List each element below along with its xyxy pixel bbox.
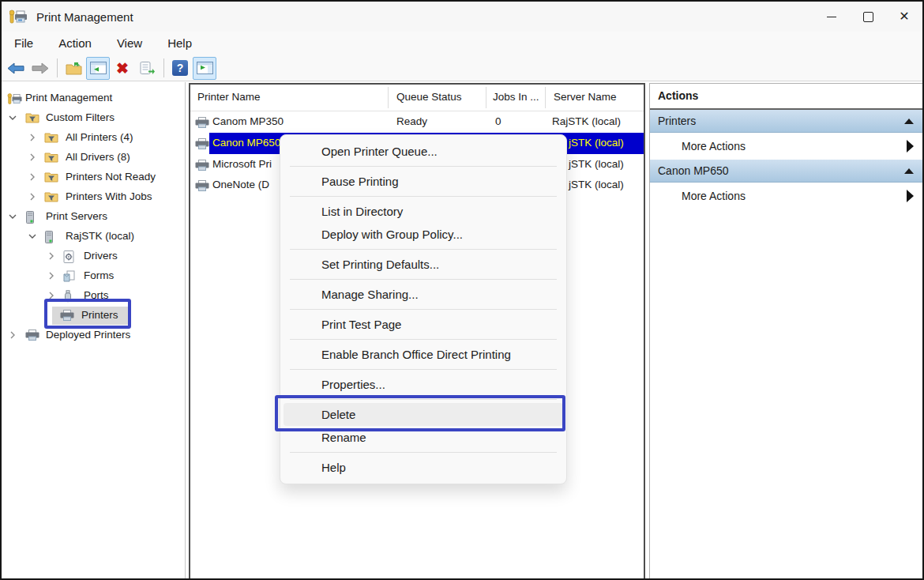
menu-item-print-test-page[interactable]: Print Test Page — [284, 313, 563, 336]
menu-file[interactable]: File — [9, 34, 43, 54]
tree-item-print-management[interactable]: Print Management — [3, 89, 185, 108]
server-name-cell: jSTK (local) — [569, 137, 624, 149]
more-actions-printers[interactable]: More Actions — [650, 133, 923, 160]
toggle-console-tree-button[interactable] — [86, 57, 110, 80]
print-management-window: Print Management ✕ File Action View Help — [0, 0, 924, 580]
collapse-arrow-icon[interactable] — [904, 119, 914, 124]
collapse-arrow-icon[interactable] — [904, 168, 914, 174]
menu-separator — [290, 166, 557, 167]
printer-name-cell: Canon MP650 — [212, 137, 280, 149]
printer-name-cell: Microsoft Pri — [212, 158, 272, 170]
actions-section-canon-mp650[interactable]: Canon MP650 — [650, 160, 923, 183]
menu-action[interactable]: Action — [54, 34, 101, 54]
menu-item-manage-sharing[interactable]: Manage Sharing... — [284, 283, 563, 306]
toolbar-separator — [57, 58, 58, 77]
printer-icon — [195, 138, 209, 149]
column-divider[interactable] — [486, 87, 486, 108]
filter-folder-icon — [25, 112, 39, 123]
column-header-printer-name[interactable]: Printer Name — [197, 91, 261, 103]
column-divider[interactable] — [388, 87, 389, 108]
menu-view[interactable]: View — [112, 34, 152, 54]
minimize-icon — [827, 17, 836, 17]
printer-row-canom-mp350[interactable]: Canom MP350 Ready 0 RajSTK (local) — [190, 111, 644, 133]
jobs-cell: 0 — [495, 115, 501, 127]
chevron-down-icon[interactable] — [9, 213, 17, 220]
chevron-right-icon[interactable] — [47, 252, 55, 260]
export-list-button[interactable] — [135, 57, 159, 80]
menu-item-help[interactable]: Help — [284, 456, 563, 479]
chevron-down-icon[interactable] — [28, 232, 36, 240]
forward-button[interactable] — [28, 57, 52, 80]
tree-item-custom-filters[interactable]: Custom Filters — [3, 108, 185, 128]
more-actions-canon-mp650[interactable]: More Actions — [650, 183, 923, 209]
tree-item-all-printers[interactable]: All Printers (4) — [3, 128, 185, 148]
toggle-action-pane-button[interactable] — [193, 57, 216, 80]
menu-bar: File Action View Help — [2, 32, 922, 55]
context-menu: Open Printer Queue... Pause Printing Lis… — [280, 134, 567, 484]
tree-item-label: Custom Filters — [46, 111, 115, 123]
printer-name-cell: Canom MP350 — [212, 115, 284, 127]
back-button[interactable] — [4, 57, 28, 80]
server-name-cell: jSTK (local) — [569, 158, 624, 170]
tree-item-print-servers[interactable]: Print Servers — [3, 207, 185, 227]
more-actions-label: More Actions — [682, 140, 746, 153]
export-folder-button[interactable] — [62, 57, 85, 80]
menu-separator — [290, 369, 557, 370]
close-button[interactable]: ✕ — [886, 2, 922, 32]
chevron-right-icon[interactable] — [47, 272, 55, 280]
tree-item-forms[interactable]: Forms — [3, 266, 185, 286]
chevron-right-icon[interactable] — [28, 153, 36, 161]
maximize-icon — [863, 12, 873, 22]
tree-item-all-drivers[interactable]: All Drivers (8) — [3, 148, 185, 168]
export-list-icon — [140, 62, 155, 75]
delete-button[interactable]: ✖ — [111, 57, 134, 80]
toolbar-separator — [163, 58, 164, 77]
chevron-right-icon[interactable] — [9, 331, 17, 339]
maximize-button[interactable] — [850, 2, 886, 32]
menu-item-list-in-directory[interactable]: List in Directory — [284, 200, 563, 223]
chevron-right-icon[interactable] — [28, 134, 36, 141]
minimize-button[interactable] — [813, 2, 850, 32]
print-management-app-icon — [9, 9, 28, 24]
tree-item-printers-not-ready[interactable]: Printers Not Ready — [3, 168, 185, 187]
printer-icon — [195, 160, 209, 171]
column-divider[interactable] — [545, 87, 546, 108]
tree-item-drivers[interactable]: Drivers — [3, 247, 185, 266]
server-icon — [44, 231, 54, 243]
menu-separator — [290, 309, 557, 310]
toggle-console-tree-icon — [90, 62, 107, 74]
server-name-cell: jSTK (local) — [569, 179, 624, 190]
help-button[interactable]: ? — [168, 57, 192, 80]
menu-item-set-printing-defaults[interactable]: Set Printing Defaults... — [284, 253, 563, 276]
filter-folder-icon — [44, 191, 58, 202]
column-header-server-name[interactable]: Server Name — [554, 91, 617, 103]
printer-icon — [25, 330, 39, 341]
tree-item-rajstk-local[interactable]: RajSTK (local) — [3, 227, 185, 247]
tree-item-printers-with-jobs[interactable]: Printers With Jobs — [3, 187, 185, 207]
tree-item-label: Print Management — [25, 92, 112, 104]
drivers-icon — [63, 250, 74, 263]
column-header-jobs-in[interactable]: Jobs In ... — [493, 91, 539, 103]
list-header: Printer Name Queue Status Jobs In ... Se… — [190, 85, 644, 111]
back-arrow-icon — [7, 62, 24, 74]
menu-item-enable-branch-office-direct-printing[interactable]: Enable Branch Office Direct Printing — [284, 343, 563, 366]
chevron-down-icon[interactable] — [9, 114, 17, 122]
column-header-queue-status[interactable]: Queue Status — [396, 91, 462, 103]
actions-section-printers[interactable]: Printers — [650, 110, 923, 133]
menu-item-properties[interactable]: Properties... — [284, 373, 563, 396]
menu-item-deploy-with-group-policy[interactable]: Deploy with Group Policy... — [284, 223, 563, 246]
filter-folder-icon — [44, 171, 58, 183]
actions-section-header: Printers — [658, 115, 696, 127]
menu-item-pause-printing[interactable]: Pause Printing — [284, 170, 563, 193]
menu-item-open-printer-queue[interactable]: Open Printer Queue... — [284, 140, 563, 163]
forms-icon — [63, 270, 76, 282]
more-actions-label: More Actions — [682, 190, 746, 202]
menu-help[interactable]: Help — [163, 34, 201, 54]
actions-section-header: Canon MP650 — [658, 164, 729, 177]
tree-item-label: All Printers (4) — [66, 131, 133, 143]
actions-pane-title: Actions — [650, 84, 923, 110]
tree-item-label: Forms — [84, 269, 114, 281]
chevron-right-icon[interactable] — [28, 193, 36, 201]
chevron-right-icon[interactable] — [28, 173, 36, 181]
queue-status-cell: Ready — [396, 115, 427, 127]
